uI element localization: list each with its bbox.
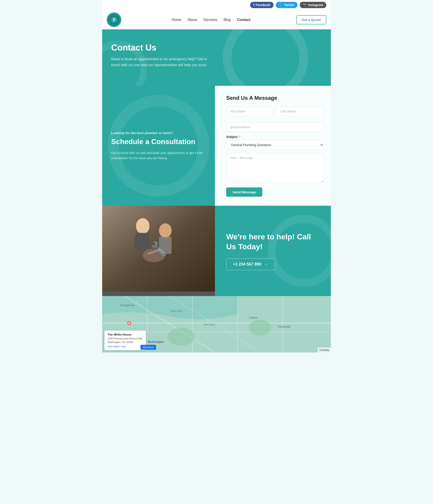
email-input[interactable] bbox=[226, 122, 324, 132]
plumber-image-area bbox=[102, 206, 215, 296]
subject-group: Subject * General Plumbing Questions Eme… bbox=[226, 135, 324, 150]
contact-section: Looking for the best plumber in town? Sc… bbox=[102, 86, 331, 206]
instagram-icon: 📷 bbox=[303, 3, 307, 7]
call-section: We're here to help! Call Us Today! +1 23… bbox=[215, 206, 331, 296]
svg-text:Cabin John: Cabin John bbox=[170, 310, 182, 312]
nav-services[interactable]: Services bbox=[203, 18, 217, 22]
nav-about[interactable]: About bbox=[188, 18, 197, 22]
phone-button[interactable]: +1 234 567 890 → bbox=[226, 258, 275, 270]
twitter-link[interactable]: 🐦 Twitter bbox=[276, 2, 297, 8]
bottom-section: We're here to help! Call Us Today! +1 23… bbox=[102, 206, 331, 296]
nav-right: Get a Quote bbox=[296, 15, 326, 24]
map-overlay: The White House 1600 Pennsylvania Avenue… bbox=[104, 331, 146, 350]
page-title: Contact Us bbox=[111, 43, 322, 53]
plumber-image bbox=[102, 206, 215, 291]
instagram-label: Instagram bbox=[308, 3, 323, 7]
phone-number: +1 234 567 890 bbox=[233, 262, 261, 267]
message-group bbox=[226, 153, 324, 182]
required-indicator: * bbox=[239, 135, 240, 139]
nav-blog[interactable]: Blog bbox=[224, 18, 231, 22]
arrow-icon: → bbox=[264, 262, 268, 267]
first-name-group bbox=[226, 107, 273, 116]
left-subtitle: Looking for the best plumber in town? bbox=[111, 131, 206, 135]
svg-text:Chillum: Chillum bbox=[249, 316, 258, 319]
svg-text:Hyattsville: Hyattsville bbox=[278, 325, 290, 328]
svg-point-22 bbox=[249, 320, 271, 335]
map-section: Georgetown Cabin John Glen Echo Chillum … bbox=[102, 296, 331, 352]
washington-label: Washington bbox=[147, 340, 164, 343]
last-name-input[interactable] bbox=[277, 107, 324, 116]
nav-contact[interactable]: Contact bbox=[237, 18, 251, 22]
facebook-icon: f bbox=[253, 3, 254, 7]
logo-area[interactable]: P bbox=[107, 12, 121, 27]
facebook-label: Facebook bbox=[256, 3, 270, 7]
logo: P bbox=[107, 12, 121, 27]
svg-text:Georgetown: Georgetown bbox=[120, 304, 135, 307]
map-background: Georgetown Cabin John Glen Echo Chillum … bbox=[102, 296, 331, 352]
view-larger-map-link[interactable]: View larger map bbox=[108, 345, 125, 348]
hero-description: Need to book an appointment or an emerge… bbox=[111, 56, 210, 68]
send-message-button[interactable]: Send Message bbox=[226, 188, 262, 197]
form-title: Send Us A Message bbox=[226, 95, 324, 101]
svg-point-10 bbox=[143, 249, 165, 262]
twitter-icon: 🐦 bbox=[279, 3, 283, 7]
svg-rect-4 bbox=[102, 206, 215, 291]
left-title: Schedule a Consultation bbox=[111, 137, 206, 146]
map-place-name: The White House bbox=[108, 333, 143, 336]
left-panel: Looking for the best plumber in town? Sc… bbox=[102, 86, 215, 206]
first-name-input[interactable] bbox=[226, 107, 273, 116]
country-label: Country bbox=[318, 348, 331, 352]
svg-text:P: P bbox=[113, 18, 115, 22]
map-address: 1600 Pennsylvania Avenue NW,Washington, … bbox=[108, 337, 143, 344]
left-description: Get in touch with us now and book your a… bbox=[111, 150, 206, 161]
navbar: P Home About Services Blog Contact Get a… bbox=[102, 10, 331, 29]
contact-form: Subject * General Plumbing Questions Eme… bbox=[226, 107, 324, 197]
svg-point-5 bbox=[136, 218, 149, 234]
instagram-link[interactable]: 📷 Instagram bbox=[300, 2, 326, 8]
svg-point-21 bbox=[168, 328, 195, 346]
get-quote-button[interactable]: Get a Quote bbox=[296, 15, 326, 24]
directions-button[interactable]: Directions bbox=[140, 345, 156, 350]
svg-point-8 bbox=[159, 223, 172, 238]
svg-text:Glen Echo: Glen Echo bbox=[204, 323, 215, 326]
hero-section: Contact Us Need to book an appointment o… bbox=[102, 29, 331, 86]
facebook-link[interactable]: f Facebook bbox=[250, 2, 274, 8]
svg-rect-7 bbox=[135, 235, 139, 249]
right-panel: Send Us A Message Subject * General bbox=[215, 86, 331, 206]
twitter-label: Twitter bbox=[284, 3, 294, 7]
nav-home[interactable]: Home bbox=[172, 18, 181, 22]
name-row bbox=[226, 107, 324, 119]
top-bar: f Facebook 🐦 Twitter 📷 Instagram bbox=[102, 0, 331, 10]
subject-select[interactable]: General Plumbing Questions Emergency Ser… bbox=[226, 140, 324, 150]
subject-label: Subject * bbox=[226, 135, 324, 139]
nav-links: Home About Services Blog Contact bbox=[133, 18, 290, 22]
svg-rect-9 bbox=[159, 237, 172, 254]
message-textarea[interactable] bbox=[226, 153, 324, 182]
last-name-group bbox=[277, 107, 324, 116]
call-title: We're here to help! Call Us Today! bbox=[226, 232, 320, 252]
svg-point-29 bbox=[128, 322, 130, 324]
email-group bbox=[226, 122, 324, 132]
